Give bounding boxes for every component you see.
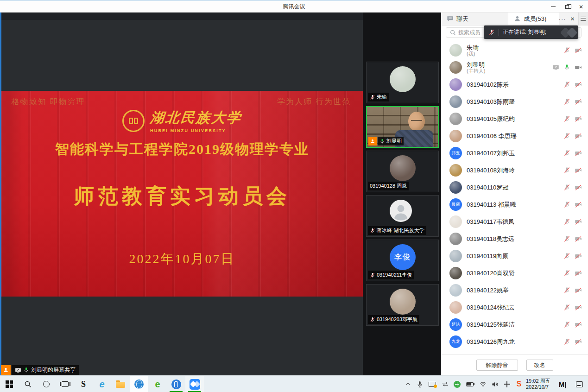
- tray-cast-button[interactable]: [426, 376, 439, 392]
- video-thumbnail[interactable]: 蒋冰峰-湖北民族大学: [366, 195, 439, 237]
- member-row[interactable]: 邦玉031940107刘邦玉: [441, 145, 588, 162]
- tray-ime-button[interactable]: [501, 376, 513, 392]
- taskbar-app-phone-cast[interactable]: [167, 376, 185, 392]
- member-name: 031940117韦德凤: [467, 218, 563, 225]
- speaking-toast: 正在讲话: 刘显明;: [484, 25, 578, 39]
- mic-muted-icon[interactable]: [563, 81, 570, 88]
- member-row[interactable]: 031940108刘海玲: [441, 162, 588, 179]
- mic-muted-icon[interactable]: [563, 167, 570, 174]
- task-view-button[interactable]: [56, 376, 74, 392]
- mic-muted-icon[interactable]: [563, 47, 570, 54]
- camera-off-icon[interactable]: [575, 218, 582, 225]
- mic-on-icon[interactable]: [563, 64, 570, 71]
- tray-mic-button[interactable]: [414, 376, 426, 392]
- taskbar-search-button[interactable]: [19, 376, 37, 392]
- tray-360-button[interactable]: [451, 376, 463, 392]
- member-row[interactable]: 031940105康纪昀: [441, 110, 588, 127]
- tray-expand-button[interactable]: [402, 376, 414, 392]
- camera-off-icon[interactable]: [575, 150, 582, 157]
- member-row[interactable]: 031940119向原: [441, 247, 588, 265]
- member-row[interactable]: 031940118吴志远: [441, 230, 588, 247]
- panel-more-button[interactable]: ···: [559, 15, 566, 22]
- video-thumbnail[interactable]: 李俊031940211李俊: [366, 240, 439, 281]
- panel-menu-button[interactable]: [578, 13, 588, 25]
- member-row[interactable]: 延洁031940125张延洁: [441, 316, 588, 333]
- tray-wifi-button[interactable]: [477, 376, 489, 392]
- tray-sogou-button[interactable]: S: [513, 376, 525, 392]
- tray-battery-button[interactable]: [463, 376, 477, 392]
- video-thumbnail[interactable]: 031940128 周胤: [366, 151, 439, 192]
- restore-button[interactable]: [560, 1, 574, 13]
- member-row[interactable]: 031940102陈乐: [441, 76, 588, 93]
- member-row[interactable]: 朱瑜(我): [441, 42, 588, 59]
- mic-muted-icon[interactable]: [563, 150, 570, 157]
- taskbar-app-globe[interactable]: [130, 376, 148, 392]
- member-name-block: 031940113 祁晨曦: [467, 201, 563, 208]
- camera-off-icon[interactable]: [575, 98, 582, 105]
- participant-name-label: 031940203邓宇航: [368, 315, 419, 324]
- camera-off-icon[interactable]: [575, 133, 582, 139]
- video-thumbnail[interactable]: 刘显明: [366, 106, 439, 148]
- camera-off-icon[interactable]: [575, 338, 582, 345]
- rename-button[interactable]: 改名: [526, 360, 553, 371]
- unmute-button[interactable]: 解除静音: [476, 360, 518, 371]
- tray-ime-m-button[interactable]: M|: [555, 376, 570, 392]
- camera-on-icon[interactable]: [575, 64, 582, 71]
- panel-tab-bar: 聊天 成员(53) ··· ✕: [441, 13, 588, 25]
- mic-muted-icon[interactable]: [563, 235, 570, 242]
- mic-muted-icon[interactable]: [563, 270, 570, 277]
- camera-off-icon[interactable]: [575, 235, 582, 242]
- mic-muted-icon[interactable]: [563, 338, 570, 345]
- notification-center-button[interactable]: [570, 376, 588, 392]
- mic-muted-icon[interactable]: [563, 321, 570, 328]
- camera-off-icon[interactable]: [575, 253, 582, 259]
- member-row[interactable]: 031940106 李思瑶: [441, 127, 588, 145]
- video-thumbnail[interactable]: 朱瑜: [366, 62, 439, 103]
- member-row[interactable]: 刘显明(主持人): [441, 59, 588, 76]
- mic-muted-icon[interactable]: [563, 218, 570, 225]
- mic-muted-icon[interactable]: [563, 184, 570, 191]
- camera-off-icon[interactable]: [575, 321, 582, 328]
- member-row[interactable]: 晨曦031940113 祁晨曦: [441, 196, 588, 213]
- camera-off-icon[interactable]: [575, 167, 582, 174]
- camera-off-icon[interactable]: [575, 115, 582, 122]
- mic-muted-icon[interactable]: [563, 115, 570, 122]
- member-row[interactable]: 031940117韦德凤: [441, 213, 588, 230]
- mic-muted-icon[interactable]: [563, 304, 570, 311]
- camera-off-icon[interactable]: [575, 81, 582, 88]
- mic-muted-icon[interactable]: [563, 201, 570, 208]
- camera-off-icon[interactable]: [575, 201, 582, 208]
- member-row[interactable]: 031940124张纪云: [441, 299, 588, 316]
- start-button[interactable]: [0, 376, 19, 392]
- mic-muted-icon[interactable]: [563, 98, 570, 105]
- mic-muted-icon[interactable]: [563, 133, 570, 139]
- mic-muted-icon[interactable]: [563, 253, 570, 259]
- tab-members[interactable]: 成员(53): [508, 13, 558, 25]
- mic-muted-icon[interactable]: [563, 287, 570, 294]
- member-row[interactable]: 031940120肖双贤: [441, 265, 588, 282]
- share-owner-label: 刘显明的屏幕共享: [31, 366, 76, 374]
- tray-volume-button[interactable]: [489, 376, 501, 392]
- close-button[interactable]: ✕: [574, 1, 588, 13]
- taskbar-clock[interactable]: 19:02 周五 2022/10/7: [525, 376, 555, 392]
- tab-chat[interactable]: 聊天: [441, 13, 508, 25]
- camera-off-icon[interactable]: [575, 184, 582, 191]
- video-thumbnail[interactable]: 031940203邓宇航: [366, 284, 439, 326]
- taskbar-app-ie[interactable]: e: [93, 376, 111, 392]
- camera-off-icon[interactable]: [575, 47, 582, 54]
- member-row[interactable]: 031940122姚举: [441, 282, 588, 299]
- minimize-button[interactable]: [546, 1, 560, 13]
- camera-off-icon[interactable]: [575, 270, 582, 277]
- camera-off-icon[interactable]: [575, 287, 582, 294]
- cortana-button[interactable]: [37, 376, 56, 392]
- tray-settings-button[interactable]: [439, 376, 451, 392]
- taskbar-app-s[interactable]: S: [74, 376, 93, 392]
- panel-close-button[interactable]: ✕: [570, 16, 575, 22]
- member-row[interactable]: 031940103陈雨馨: [441, 93, 588, 110]
- file-explorer-button[interactable]: [111, 376, 130, 392]
- taskbar-app-tencent-meeting[interactable]: [185, 376, 204, 392]
- member-row[interactable]: 九龙031940126周九龙: [441, 333, 588, 350]
- taskbar-app-green-e[interactable]: e: [148, 376, 167, 392]
- camera-off-icon[interactable]: [575, 304, 582, 311]
- member-row[interactable]: 031940110罗冠: [441, 179, 588, 196]
